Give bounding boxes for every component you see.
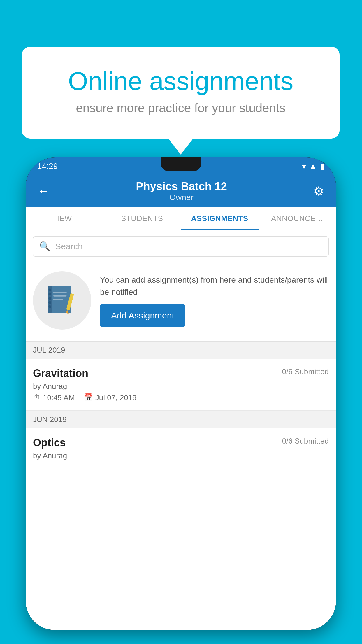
phone-notch — [161, 158, 201, 172]
search-placeholder: Search — [55, 242, 83, 251]
info-card-message: You can add assignment(s) from here and … — [100, 274, 329, 298]
search-bar[interactable]: 🔍 Search — [33, 236, 329, 257]
battery-icon: ▮ — [320, 162, 324, 171]
tabs-bar: IEW STUDENTS ASSIGNMENTS ANNOUNCE… — [26, 207, 336, 230]
assignment-submitted-optics: 0/6 Submitted — [282, 437, 329, 446]
assignment-item-gravitation[interactable]: Gravitation 0/6 Submitted by Anurag ⏱ 10… — [26, 359, 336, 411]
assignment-author-optics: by Anurag — [33, 451, 329, 460]
info-card-text: You can add assignment(s) from here and … — [100, 274, 329, 327]
app-bar: ← Physics Batch 12 Owner ⚙ — [26, 175, 336, 207]
section-header-jul: JUL 2019 — [26, 341, 336, 359]
speech-bubble: Online assignments ensure more practice … — [22, 47, 340, 139]
app-bar-title-area: Physics Batch 12 Owner — [52, 180, 310, 202]
info-card: You can add assignment(s) from here and … — [26, 262, 336, 341]
notebook-icon — [45, 283, 80, 318]
svg-point-7 — [48, 297, 51, 300]
add-assignment-button[interactable]: Add Assignment — [100, 304, 185, 327]
svg-point-5 — [48, 288, 51, 291]
app-bar-title: Physics Batch 12 — [52, 180, 310, 193]
meta-date: 📅 Jul 07, 2019 — [84, 393, 137, 402]
assignment-header-optics: Optics 0/6 Submitted — [33, 437, 329, 449]
phone-inner: 14:29 ▾ ▲ ▮ ← Physics Batch 12 Owner ⚙ I… — [26, 158, 336, 630]
clock-icon: ⏱ — [33, 393, 41, 402]
content-area: 🔍 Search — [26, 230, 336, 630]
search-icon: 🔍 — [39, 241, 51, 252]
svg-point-8 — [48, 301, 51, 304]
assignment-title: Gravitation — [33, 367, 88, 379]
tab-iew[interactable]: IEW — [26, 207, 103, 230]
notebook-icon-circle — [33, 271, 91, 330]
gear-icon: ⚙ — [313, 184, 324, 198]
meta-time: ⏱ 10:45 AM — [33, 393, 75, 402]
speech-bubble-wrapper: Online assignments ensure more practice … — [22, 47, 340, 139]
svg-rect-2 — [53, 295, 67, 297]
tab-students[interactable]: STUDENTS — [103, 207, 181, 230]
svg-point-6 — [48, 293, 51, 296]
app-bar-subtitle: Owner — [52, 193, 310, 202]
svg-rect-3 — [53, 299, 63, 300]
assignment-submitted: 0/6 Submitted — [282, 367, 329, 376]
calendar-icon: 📅 — [84, 393, 93, 402]
back-button[interactable]: ← — [34, 181, 52, 201]
assignment-author: by Anurag — [33, 382, 329, 391]
speech-bubble-title: Online assignments — [45, 67, 316, 95]
wifi-icon: ▾ — [302, 162, 306, 171]
assignment-item-optics[interactable]: Optics 0/6 Submitted by Anurag — [26, 428, 336, 471]
status-time: 14:29 — [37, 162, 58, 171]
signal-icon: ▲ — [309, 162, 317, 171]
speech-bubble-subtitle: ensure more practice for your students — [45, 101, 316, 115]
assignment-header: Gravitation 0/6 Submitted — [33, 367, 329, 379]
svg-point-9 — [48, 305, 51, 308]
phone-frame: 14:29 ▾ ▲ ▮ ← Physics Batch 12 Owner ⚙ I… — [26, 158, 336, 630]
assignment-meta: ⏱ 10:45 AM 📅 Jul 07, 2019 — [33, 393, 329, 402]
search-bar-container: 🔍 Search — [26, 230, 336, 262]
status-icons: ▾ ▲ ▮ — [302, 162, 324, 171]
assignment-title-optics: Optics — [33, 437, 66, 449]
tab-assignments[interactable]: ASSIGNMENTS — [181, 207, 259, 230]
svg-rect-1 — [53, 292, 67, 293]
tab-announcements[interactable]: ANNOUNCE… — [259, 207, 336, 230]
section-header-jun: JUN 2019 — [26, 411, 336, 428]
settings-button[interactable]: ⚙ — [310, 181, 327, 201]
